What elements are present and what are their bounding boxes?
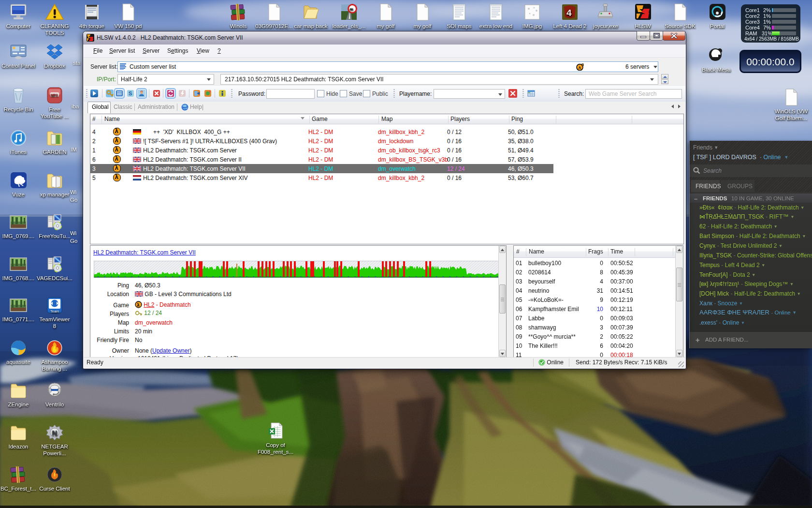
svg-text:MP3: MP3	[51, 93, 58, 97]
svg-text:Team: Team	[50, 309, 59, 314]
svg-text:N: N	[52, 429, 58, 437]
svg-text:S: S	[129, 90, 132, 96]
svg-text:λ: λ	[137, 302, 140, 308]
svg-text:∞: ∞	[350, 6, 353, 12]
svg-text:4: 4	[566, 8, 572, 18]
